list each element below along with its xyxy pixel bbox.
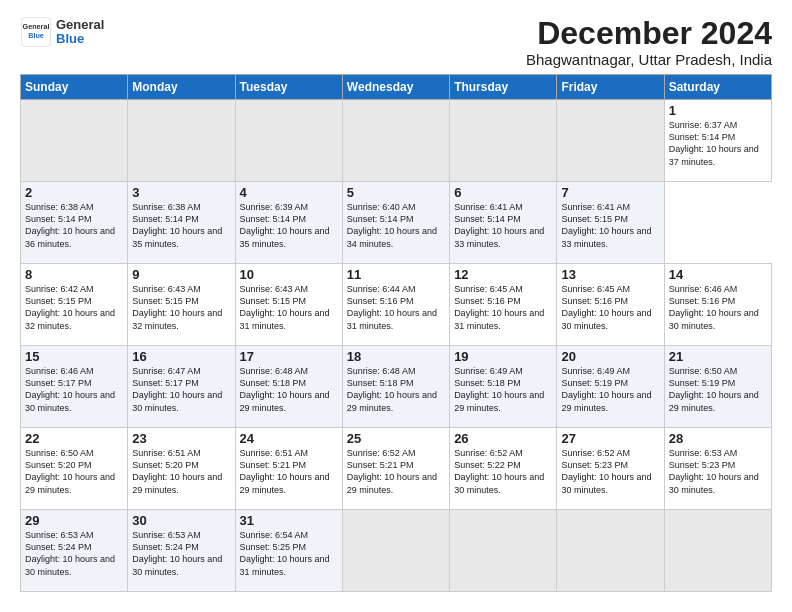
day-number: 28 [669, 431, 767, 446]
header-cell-friday: Friday [557, 75, 664, 100]
day-cell-17: 17 Sunrise: 6:48 AMSunset: 5:18 PMDaylig… [235, 346, 342, 428]
day-info: Sunrise: 6:48 AMSunset: 5:18 PMDaylight:… [240, 365, 338, 414]
day-cell-22: 22 Sunrise: 6:50 AMSunset: 5:20 PMDaylig… [21, 428, 128, 510]
day-number: 27 [561, 431, 659, 446]
day-number: 19 [454, 349, 552, 364]
day-number: 8 [25, 267, 123, 282]
day-info: Sunrise: 6:51 AMSunset: 5:20 PMDaylight:… [132, 447, 230, 496]
week-row-0: 1 Sunrise: 6:37 AMSunset: 5:14 PMDayligh… [21, 100, 772, 182]
week-row-1: 2 Sunrise: 6:38 AMSunset: 5:14 PMDayligh… [21, 182, 772, 264]
day-number: 23 [132, 431, 230, 446]
day-number: 3 [132, 185, 230, 200]
day-cell-30: 30 Sunrise: 6:53 AMSunset: 5:24 PMDaylig… [128, 510, 235, 592]
svg-text:General: General [23, 22, 50, 31]
day-cell-23: 23 Sunrise: 6:51 AMSunset: 5:20 PMDaylig… [128, 428, 235, 510]
day-info: Sunrise: 6:37 AMSunset: 5:14 PMDaylight:… [669, 119, 767, 168]
day-info: Sunrise: 6:49 AMSunset: 5:19 PMDaylight:… [561, 365, 659, 414]
day-info: Sunrise: 6:42 AMSunset: 5:15 PMDaylight:… [25, 283, 123, 332]
day-cell-20: 20 Sunrise: 6:49 AMSunset: 5:19 PMDaylig… [557, 346, 664, 428]
day-number: 10 [240, 267, 338, 282]
header-cell-monday: Monday [128, 75, 235, 100]
day-cell-1: 1 Sunrise: 6:37 AMSunset: 5:14 PMDayligh… [664, 100, 771, 182]
day-info: Sunrise: 6:50 AMSunset: 5:19 PMDaylight:… [669, 365, 767, 414]
day-cell-25: 25 Sunrise: 6:52 AMSunset: 5:21 PMDaylig… [342, 428, 449, 510]
empty-cell [450, 100, 557, 182]
day-info: Sunrise: 6:44 AMSunset: 5:16 PMDaylight:… [347, 283, 445, 332]
day-cell-18: 18 Sunrise: 6:48 AMSunset: 5:18 PMDaylig… [342, 346, 449, 428]
day-number: 2 [25, 185, 123, 200]
day-info: Sunrise: 6:46 AMSunset: 5:17 PMDaylight:… [25, 365, 123, 414]
day-cell-26: 26 Sunrise: 6:52 AMSunset: 5:22 PMDaylig… [450, 428, 557, 510]
empty-cell [557, 510, 664, 592]
header-cell-thursday: Thursday [450, 75, 557, 100]
day-number: 21 [669, 349, 767, 364]
day-number: 1 [669, 103, 767, 118]
day-cell-14: 14 Sunrise: 6:46 AMSunset: 5:16 PMDaylig… [664, 264, 771, 346]
week-row-3: 15 Sunrise: 6:46 AMSunset: 5:17 PMDaylig… [21, 346, 772, 428]
day-number: 17 [240, 349, 338, 364]
logo-general-text: General [56, 18, 104, 32]
day-number: 15 [25, 349, 123, 364]
day-info: Sunrise: 6:53 AMSunset: 5:23 PMDaylight:… [669, 447, 767, 496]
day-info: Sunrise: 6:52 AMSunset: 5:22 PMDaylight:… [454, 447, 552, 496]
day-cell-28: 28 Sunrise: 6:53 AMSunset: 5:23 PMDaylig… [664, 428, 771, 510]
day-cell-24: 24 Sunrise: 6:51 AMSunset: 5:21 PMDaylig… [235, 428, 342, 510]
day-number: 11 [347, 267, 445, 282]
day-number: 16 [132, 349, 230, 364]
day-info: Sunrise: 6:52 AMSunset: 5:21 PMDaylight:… [347, 447, 445, 496]
week-row-2: 8 Sunrise: 6:42 AMSunset: 5:15 PMDayligh… [21, 264, 772, 346]
day-number: 20 [561, 349, 659, 364]
day-cell-31: 31 Sunrise: 6:54 AMSunset: 5:25 PMDaylig… [235, 510, 342, 592]
empty-cell [342, 100, 449, 182]
day-cell-4: 4 Sunrise: 6:39 AMSunset: 5:14 PMDayligh… [235, 182, 342, 264]
day-info: Sunrise: 6:47 AMSunset: 5:17 PMDaylight:… [132, 365, 230, 414]
day-number: 30 [132, 513, 230, 528]
day-info: Sunrise: 6:45 AMSunset: 5:16 PMDaylight:… [454, 283, 552, 332]
day-number: 25 [347, 431, 445, 446]
day-cell-5: 5 Sunrise: 6:40 AMSunset: 5:14 PMDayligh… [342, 182, 449, 264]
day-number: 29 [25, 513, 123, 528]
empty-cell [21, 100, 128, 182]
day-cell-10: 10 Sunrise: 6:43 AMSunset: 5:15 PMDaylig… [235, 264, 342, 346]
empty-cell [235, 100, 342, 182]
day-number: 18 [347, 349, 445, 364]
day-cell-21: 21 Sunrise: 6:50 AMSunset: 5:19 PMDaylig… [664, 346, 771, 428]
day-number: 31 [240, 513, 338, 528]
empty-cell [450, 510, 557, 592]
day-cell-27: 27 Sunrise: 6:52 AMSunset: 5:23 PMDaylig… [557, 428, 664, 510]
day-cell-7: 7 Sunrise: 6:41 AMSunset: 5:15 PMDayligh… [557, 182, 664, 264]
header-cell-sunday: Sunday [21, 75, 128, 100]
header-cell-tuesday: Tuesday [235, 75, 342, 100]
header-cell-saturday: Saturday [664, 75, 771, 100]
day-info: Sunrise: 6:53 AMSunset: 5:24 PMDaylight:… [132, 529, 230, 578]
title-block: December 2024 Bhagwantnagar, Uttar Prade… [526, 16, 772, 68]
day-cell-11: 11 Sunrise: 6:44 AMSunset: 5:16 PMDaylig… [342, 264, 449, 346]
day-number: 24 [240, 431, 338, 446]
week-row-4: 22 Sunrise: 6:50 AMSunset: 5:20 PMDaylig… [21, 428, 772, 510]
location-title: Bhagwantnagar, Uttar Pradesh, India [526, 51, 772, 68]
day-info: Sunrise: 6:54 AMSunset: 5:25 PMDaylight:… [240, 529, 338, 578]
day-number: 7 [561, 185, 659, 200]
logo: General Blue General Blue [20, 16, 104, 48]
header: General Blue General Blue December 2024 … [20, 16, 772, 68]
day-number: 12 [454, 267, 552, 282]
day-info: Sunrise: 6:49 AMSunset: 5:18 PMDaylight:… [454, 365, 552, 414]
day-cell-6: 6 Sunrise: 6:41 AMSunset: 5:14 PMDayligh… [450, 182, 557, 264]
day-info: Sunrise: 6:40 AMSunset: 5:14 PMDaylight:… [347, 201, 445, 250]
empty-cell [557, 100, 664, 182]
day-info: Sunrise: 6:51 AMSunset: 5:21 PMDaylight:… [240, 447, 338, 496]
day-cell-12: 12 Sunrise: 6:45 AMSunset: 5:16 PMDaylig… [450, 264, 557, 346]
day-info: Sunrise: 6:38 AMSunset: 5:14 PMDaylight:… [132, 201, 230, 250]
empty-cell [342, 510, 449, 592]
day-number: 6 [454, 185, 552, 200]
day-number: 22 [25, 431, 123, 446]
day-number: 5 [347, 185, 445, 200]
svg-text:Blue: Blue [28, 31, 44, 40]
page: General Blue General Blue December 2024 … [0, 0, 792, 612]
day-info: Sunrise: 6:38 AMSunset: 5:14 PMDaylight:… [25, 201, 123, 250]
day-cell-29: 29 Sunrise: 6:53 AMSunset: 5:24 PMDaylig… [21, 510, 128, 592]
day-info: Sunrise: 6:53 AMSunset: 5:24 PMDaylight:… [25, 529, 123, 578]
day-info: Sunrise: 6:41 AMSunset: 5:14 PMDaylight:… [454, 201, 552, 250]
day-cell-15: 15 Sunrise: 6:46 AMSunset: 5:17 PMDaylig… [21, 346, 128, 428]
day-info: Sunrise: 6:41 AMSunset: 5:15 PMDaylight:… [561, 201, 659, 250]
